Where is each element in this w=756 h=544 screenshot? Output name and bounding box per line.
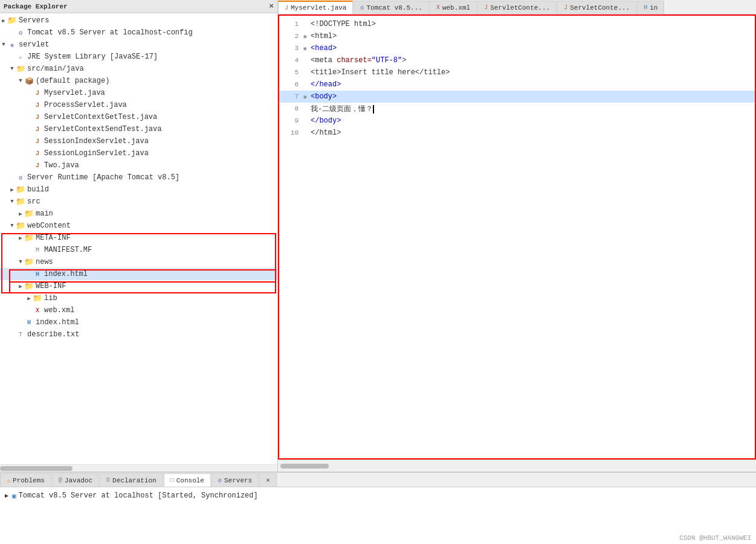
server-icon: ⚙ [16, 173, 25, 182]
close-icon[interactable]: × [266, 477, 270, 484]
expand-arrow[interactable]: ▼ [17, 78, 24, 84]
tree-item-servers[interactable]: ▶📁Servers [0, 14, 277, 27]
line-content[interactable]: <meta charset="UTF-8"> [311, 56, 406, 65]
tab-icon: X [436, 4, 440, 11]
line-content[interactable]: </head> [311, 80, 341, 89]
project-icon: ◈ [7, 40, 17, 50]
tree-item-default-pkg[interactable]: ▼📦(default package) [0, 75, 277, 87]
tree-item-sessionloginservlet[interactable]: JSessionLoginServlet.java [0, 147, 277, 159]
tab-label: Tomcat v8.5... [366, 4, 422, 11]
close-icon[interactable]: × [269, 2, 274, 11]
bottom-tab-console[interactable]: □ Console [164, 473, 211, 487]
editor-tab-tomcat85[interactable]: ⚙ Tomcat v8.5... [354, 1, 428, 14]
sidebar-horizontal-scrollbar[interactable] [0, 464, 277, 472]
tree-item-web-inf[interactable]: ▶📁WEB-INF [0, 280, 277, 292]
tree-item-meta-inf[interactable]: ▶📁META-INF [0, 232, 277, 244]
tree-item-webcontent[interactable]: ▼📁webContent [0, 220, 277, 232]
folder-icon: 📁 [24, 281, 34, 291]
tree-item-tomcat-config[interactable]: ⚙Tomcat v8.5 Server at localhost-config [0, 27, 277, 39]
bottom-tab-servers[interactable]: ⚙ Servers [212, 473, 259, 487]
expand-arrow[interactable]: ▶ [0, 18, 7, 24]
tree-item-lib[interactable]: ▶📁lib [0, 292, 277, 304]
code-line-6[interactable]: 6 </head> [279, 78, 755, 91]
bottom-tab-declaration[interactable]: D Declaration [100, 473, 163, 487]
tree-item-processservlet[interactable]: JProcessServlet.java [0, 99, 277, 111]
line-content[interactable]: <title>Insert title here</title> [311, 68, 450, 77]
line-content[interactable]: 我-二级页面，懂？ [311, 104, 374, 114]
editor-tab-web-xml[interactable]: X web.xml [430, 1, 477, 14]
code-line-5[interactable]: 5 <title>Insert title here</title> [279, 66, 755, 78]
bottom-tab-bar: ⚠ Problems@ JavadocD Declaration□ Consol… [0, 473, 756, 487]
expand-arrow[interactable]: ▶ [5, 492, 8, 499]
expand-arrow[interactable]: ▶ [25, 295, 33, 302]
close-bottom-panel-button[interactable]: × [259, 473, 277, 487]
tree-item-news[interactable]: ▼📁news [0, 256, 277, 268]
bottom-tab-icon: □ [170, 477, 174, 484]
tree-item-describe-txt[interactable]: Tdescribe.txt [0, 328, 277, 341]
expand-arrow[interactable]: ▼ [8, 66, 16, 72]
expand-arrow[interactable]: ▼ [17, 259, 24, 265]
tree-item-label: ProcessServlet.java [44, 101, 127, 109]
code-line-7[interactable]: 7 ◉ <body> [279, 91, 755, 103]
expand-arrow[interactable]: ▶ [17, 235, 24, 242]
editor-tab-myservlet[interactable]: J Myservlet.java [278, 1, 353, 14]
line-content[interactable]: </html> [311, 129, 341, 137]
editor-tab-servletconte2[interactable]: J ServletConte... [557, 1, 636, 14]
code-line-4[interactable]: 4 <meta charset="UTF-8"> [279, 54, 755, 66]
bottom-tab-javadoc[interactable]: @ Javadoc [52, 473, 99, 487]
code-line-2[interactable]: 2 ◉ <html> [279, 30, 755, 42]
editor-horizontal-scrollbar[interactable] [278, 459, 756, 472]
tree-item-index-html[interactable]: Hindex.html [0, 268, 277, 280]
editor-tab-in-tab[interactable]: H in [637, 1, 664, 14]
tree-item-index-html-root[interactable]: Hindex.html [0, 316, 277, 328]
expand-arrow[interactable]: ▶ [8, 187, 16, 193]
editor-tab-servletconte1[interactable]: J ServletConte... [477, 1, 557, 14]
bottom-tab-problems[interactable]: ⚠ Problems [0, 473, 51, 487]
code-line-1[interactable]: 1 <!DOCTYPE html> [279, 18, 755, 30]
code-line-9[interactable]: 9 </body> [279, 115, 755, 127]
tree-item-label: Server Runtime [Apache Tomcat v8.5] [27, 173, 179, 182]
expand-arrow[interactable]: ▼ [8, 223, 16, 229]
folder-icon: 📁 [16, 197, 25, 206]
package-explorer-header: Package Explorer × [0, 0, 277, 13]
line-content[interactable]: <head> [311, 44, 337, 53]
line-fold-icon[interactable]: ◉ [303, 45, 311, 52]
line-content[interactable]: </body> [311, 117, 341, 125]
tree-item-main[interactable]: ▶📁main [0, 208, 277, 220]
expand-arrow[interactable]: ▼ [0, 42, 7, 48]
bottom-tab-label: Javadoc [65, 477, 92, 484]
jre-icon: ☕ [16, 52, 25, 62]
code-line-8[interactable]: 8 我-二级页面，懂？ [279, 103, 755, 115]
tree-item-myservlet[interactable]: JMyservlet.java [0, 87, 277, 99]
code-line-10[interactable]: 10 </html> [279, 127, 755, 139]
java-file-icon: J [33, 88, 42, 98]
tree-item-src-main-java[interactable]: ▼📁src/main/java [0, 63, 277, 75]
bottom-panel: ⚠ Problems@ JavadocD Declaration□ Consol… [0, 472, 756, 544]
tree-item-jre[interactable]: ☕JRE System Library [JavaSE-17] [0, 51, 277, 63]
expand-arrow[interactable]: ▶ [17, 283, 24, 290]
expand-arrow[interactable]: ▶ [17, 211, 24, 217]
line-content[interactable]: <body> [311, 92, 337, 101]
line-content[interactable]: <html> [311, 32, 337, 40]
tree-item-servlet[interactable]: ▼◈servlet [0, 39, 277, 51]
tab-label: ServletConte... [570, 4, 630, 11]
code-editor[interactable]: 1 <!DOCTYPE html>2 ◉ <html>3 ◉ <head>4 <… [278, 14, 756, 459]
tree-item-servletcontextsendtest[interactable]: JServletContextSendTest.java [0, 123, 277, 135]
line-content[interactable]: <!DOCTYPE html> [311, 20, 376, 28]
tree-item-src[interactable]: ▼📁src [0, 196, 277, 208]
tree-item-servletcontextgettest[interactable]: JServletContextGetTest.java [0, 111, 277, 123]
tree-item-build[interactable]: ▶📁build [0, 184, 277, 196]
tree-item-sessionindexservlet[interactable]: JSessionIndexServlet.java [0, 135, 277, 147]
tree-item-server-runtime[interactable]: ⚙Server Runtime [Apache Tomcat v8.5] [0, 171, 277, 184]
watermark: CSDN @HBUT_WANGWEI [679, 534, 751, 542]
line-fold-icon[interactable]: ◉ [303, 33, 311, 40]
tree-item-label: WEB-INF [36, 282, 66, 290]
console-text: Tomcat v8.5 Server at localhost [Started… [19, 491, 258, 500]
tree-item-two[interactable]: JTwo.java [0, 159, 277, 171]
line-fold-icon[interactable]: ◉ [303, 94, 311, 100]
tree-item-manifest[interactable]: MMANIFEST.MF [0, 244, 277, 256]
tab-label: Myservlet.java [291, 4, 346, 11]
code-line-3[interactable]: 3 ◉ <head> [279, 42, 755, 54]
tree-item-web-xml[interactable]: Xweb.xml [0, 304, 277, 316]
expand-arrow[interactable]: ▼ [8, 199, 16, 205]
